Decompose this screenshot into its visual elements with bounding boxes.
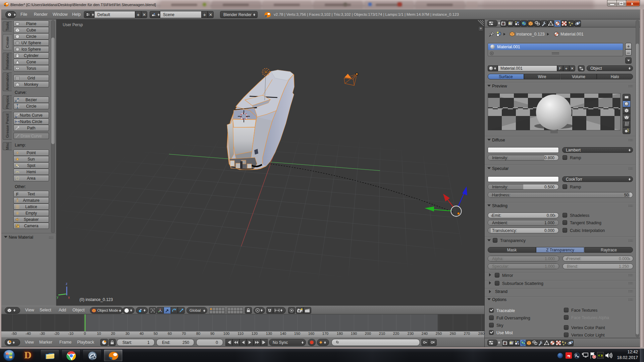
- svg-text:x: x: [68, 296, 70, 299]
- svg-text:F: F: [16, 192, 18, 197]
- svg-text:y: y: [57, 295, 58, 299]
- svg-text:i: i: [9, 13, 10, 16]
- svg-text:z: z: [66, 282, 67, 286]
